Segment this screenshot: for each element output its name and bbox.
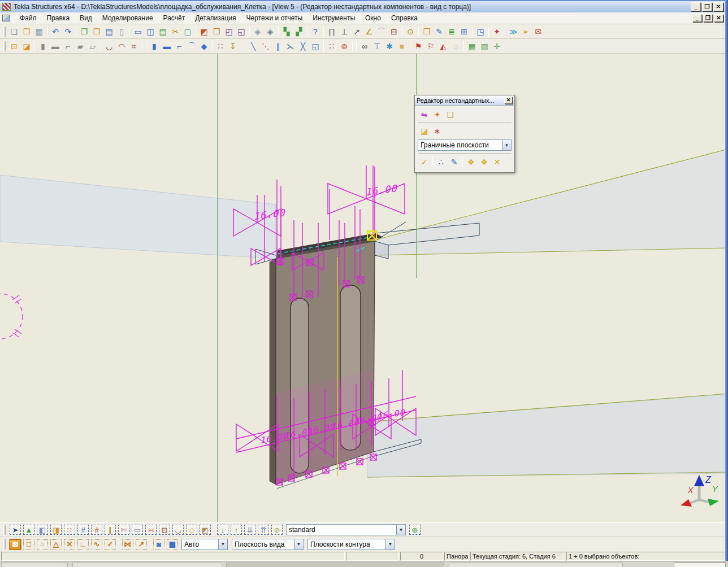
menu-drawings[interactable]: Чертежи и отчеты <box>241 13 308 23</box>
select-cuts-icon[interactable]: ◩ <box>199 524 211 535</box>
assign-plane-icon[interactable]: ◪ <box>418 125 431 137</box>
point-corner-icon[interactable]: ◱ <box>309 40 322 53</box>
select-all-icon[interactable]: ➤ <box>9 524 21 535</box>
cut-part-line-icon[interactable]: ⚐ <box>424 40 437 53</box>
next-window-icon[interactable]: ≫ <box>507 25 519 38</box>
steel-beam-icon[interactable]: ▬ <box>49 40 62 53</box>
detailing-ungroup-icon[interactable]: ▧ <box>478 40 491 53</box>
eraser-icon[interactable]: ◪ <box>20 40 33 53</box>
auto-connection-icon[interactable]: ▚ <box>280 25 293 38</box>
open-folder-icon[interactable]: ➢ <box>519 25 532 38</box>
minimize-button[interactable]: _ <box>691 2 701 11</box>
toolbar-handle[interactable] <box>3 41 6 51</box>
snap-line-extension-icon[interactable]: ∿ <box>90 539 103 550</box>
snap-nearest-icon[interactable]: ↗ <box>135 539 148 550</box>
select-components-icon[interactable]: ▲ <box>23 524 35 535</box>
taskbar-button[interactable] <box>226 562 444 567</box>
macros-icon[interactable]: ⊞ <box>458 25 470 38</box>
select-bolts-icon[interactable]: ❙ <box>104 524 116 535</box>
save-as-component-icon[interactable]: ❖ <box>478 156 491 168</box>
menu-modeling[interactable]: Моделирование <box>97 13 158 23</box>
menu-tools[interactable]: Инструменты <box>307 13 360 23</box>
rebar-icon[interactable]: ◡ <box>103 40 115 53</box>
mdi-minimize-button[interactable]: _ <box>692 14 702 22</box>
create-point-icon[interactable]: ⊙ <box>404 25 417 38</box>
open-model-icon[interactable]: ❐ <box>20 25 33 38</box>
workarea-icon[interactable]: ■ <box>396 40 408 53</box>
mdi-child-icon[interactable] <box>2 15 10 21</box>
component-catalog-icon[interactable]: ≣ <box>445 25 458 38</box>
rebar-mesh-icon[interactable]: ⌗ <box>128 40 140 53</box>
redo-icon[interactable]: ↷ <box>62 25 74 38</box>
steel-column-icon[interactable]: ▮ <box>37 40 49 53</box>
concrete-curved-beam-icon[interactable]: ⌒ <box>185 40 198 53</box>
tools-icon[interactable]: ✱ <box>383 40 396 53</box>
measure-free-icon[interactable]: ↗ <box>350 25 363 38</box>
snap-nearest-points-icon[interactable]: ○ <box>36 539 49 550</box>
taskbar-button[interactable] <box>72 562 222 567</box>
close-editor-icon[interactable]: ✕ <box>491 156 504 168</box>
create-stack-icon[interactable]: ⊡ <box>8 40 20 53</box>
model-browser-icon[interactable]: ◳ <box>474 25 487 38</box>
mdi-close-button[interactable]: ✕ <box>714 14 723 22</box>
find-icon[interactable]: ∞ <box>358 40 371 53</box>
sketch-editor-icon[interactable]: ✎ <box>433 25 445 38</box>
undo-icon[interactable]: ↶ <box>49 25 62 38</box>
steel-slab-icon[interactable]: ▰ <box>74 40 86 53</box>
paste-icon[interactable]: ▤ <box>103 25 115 38</box>
snap-any-position-icon[interactable]: ⋈ <box>122 539 134 550</box>
point-projection-icon[interactable]: ◈ <box>264 25 276 38</box>
toolbar-handle[interactable] <box>3 27 6 37</box>
chevron-down-icon[interactable]: ▼ <box>294 539 303 549</box>
chevron-down-icon[interactable]: ▼ <box>218 539 227 549</box>
workplane-icon[interactable]: ⊤ <box>371 40 383 53</box>
copy-icon[interactable]: ❐ <box>78 25 90 38</box>
components-icon[interactable]: ❒ <box>421 25 433 38</box>
lotting-icon[interactable]: ◰ <box>223 25 235 38</box>
select-fittings-icon[interactable]: ⊟ <box>158 524 171 535</box>
toolbar-handle[interactable] <box>3 525 6 535</box>
chevron-down-icon[interactable]: ▼ <box>396 525 405 535</box>
snap-plane-dropdown[interactable]: Плоскость вида ▼ <box>232 539 304 550</box>
concrete-slab-icon[interactable]: ◆ <box>198 40 210 53</box>
menu-detailing[interactable]: Детализация <box>190 13 241 23</box>
steel-polybeam-icon[interactable]: ⌐ <box>62 40 74 53</box>
menu-edit[interactable]: Правка <box>42 13 75 23</box>
feedback-icon[interactable]: ✉ <box>532 25 544 38</box>
plane-type-dropdown[interactable]: Граничные плоскости ▼ <box>418 139 512 151</box>
snap-override-depth-icon[interactable]: ◙ <box>153 539 165 550</box>
weld-icon[interactable]: ↧ <box>227 40 239 53</box>
point-parallel-icon[interactable]: ∥ <box>272 40 284 53</box>
menu-help[interactable]: Справка <box>386 13 423 23</box>
rebar-group-icon[interactable]: ◠ <box>115 40 128 53</box>
point-along-line-icon[interactable]: ◈ <box>252 25 264 38</box>
snap-midpoints-icon[interactable]: △ <box>50 539 62 550</box>
select-parts-icon[interactable]: ◧ <box>36 524 49 535</box>
view-properties-icon[interactable]: ◫ <box>144 25 157 38</box>
select-component-objects-icon[interactable]: ↓ <box>216 524 229 535</box>
tekla-online-icon[interactable]: ✦ <box>491 25 503 38</box>
menu-view[interactable]: Вид <box>75 13 97 23</box>
select-distances-check-icon[interactable]: ∴ <box>435 156 448 168</box>
measure-bolt-icon[interactable]: ⊟ <box>388 25 400 38</box>
snap-auto-dropdown[interactable]: Авто ▼ <box>181 539 228 550</box>
concrete-column-icon[interactable]: ▮ <box>148 40 161 53</box>
select-distances-icon[interactable]: ∺ <box>145 524 157 535</box>
select-views-icon[interactable]: ▭ <box>131 524 144 535</box>
mdi-restore-button[interactable]: ❐ <box>703 14 713 22</box>
modify-geometry-icon[interactable]: ✎ <box>448 156 461 168</box>
add-fitting-icon[interactable]: ✦ <box>431 108 444 120</box>
save-model-icon[interactable]: ▦ <box>33 25 45 38</box>
dialog-close-button[interactable]: ✕ <box>504 97 513 104</box>
plate-part[interactable] <box>270 233 388 489</box>
snap-perpendicular-icon[interactable]: ∟ <box>77 539 89 550</box>
detailing-group-icon[interactable]: ▦ <box>466 40 478 53</box>
interrupt-icon[interactable]: ◩ <box>198 25 210 38</box>
snap-depth-dropdown[interactable]: Плоскости контура ▼ <box>307 539 395 550</box>
copy-special-icon[interactable]: ❐ <box>90 25 103 38</box>
select-planes-icon[interactable]: ◇ <box>185 524 198 535</box>
modify-filter-button[interactable]: ⊕ <box>409 524 421 535</box>
auto-defaults-icon[interactable]: ▞ <box>293 25 305 38</box>
menu-window[interactable]: Окно <box>360 13 386 23</box>
point-divide-icon[interactable]: ⋱ <box>259 40 272 53</box>
